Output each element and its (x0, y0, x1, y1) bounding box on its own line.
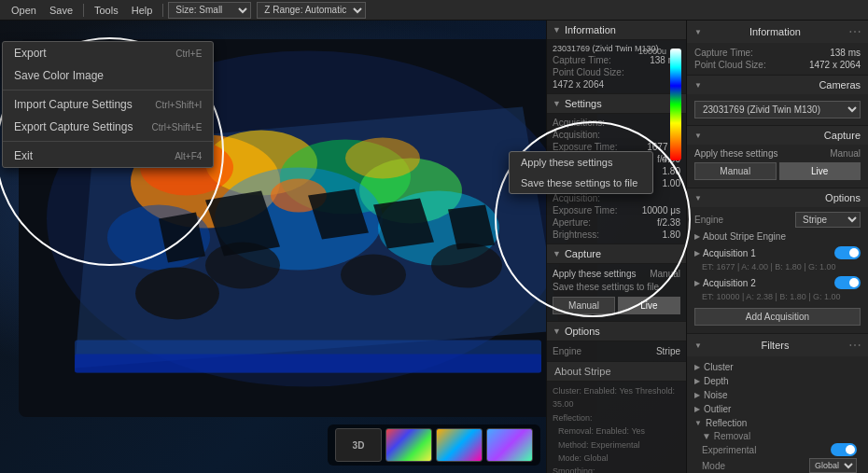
aperture2-row: Aperture: f/2.38 (553, 216, 680, 229)
about-stripe-engine-row[interactable]: ▶ About Stripe Engine (694, 229, 861, 244)
experimental-toggle[interactable] (831, 443, 857, 456)
add-acquisition-btn[interactable]: Add Acquisition (694, 308, 861, 326)
filter-method: Method: Experimental (553, 438, 680, 452)
noise-label: Noise (704, 390, 728, 400)
about-stripe-row[interactable]: About Stripe (547, 362, 686, 382)
experimental-label: Experimental (702, 445, 756, 455)
engine-row-right: Engine Stripe (694, 211, 861, 229)
right-capture-chevron: ▼ (694, 132, 702, 140)
menu-import-capture[interactable]: Import Capture Settings Ctrl+Shift+I (3, 93, 213, 116)
live-capture-btn[interactable]: Live (618, 297, 680, 314)
capture-mid-header[interactable]: ▼ Capture (547, 244, 686, 264)
info-chevron: ▼ (553, 25, 561, 35)
save-settings-item[interactable]: Save these settings to file (510, 173, 652, 193)
engine-select[interactable]: Stripe (795, 212, 861, 228)
right-options-body: Engine Stripe ▶ About Stripe Engine ▶ Ac… (687, 207, 868, 333)
manual-label: Manual (830, 148, 861, 159)
right-capture-time-row: Capture Time: 138 ms (694, 47, 861, 59)
options-mid-header[interactable]: ▼ Options (547, 322, 686, 341)
menu-exit[interactable]: Exit Alt+F4 (3, 145, 213, 167)
capture-mid-body: Apply these settings Manual Save these s… (547, 264, 686, 322)
options-chevron: ▼ (553, 327, 561, 336)
camera-select[interactable]: 23031769 (Zivid Twin M130) (694, 101, 861, 118)
right-manual-btn[interactable]: Manual (694, 162, 777, 180)
z-range-dropdown[interactable]: Z Range: Automatic Z Range: Manual (257, 2, 366, 19)
filter-removal: Removal: Enabled: Yes (553, 424, 680, 438)
acq1-et: ET: 1677 | A: 4.00 | B: 1.80 | G: 1.00 (694, 261, 861, 274)
filter-reflection: Reflection: (553, 411, 680, 424)
add-acq-container: Add Acquisition (694, 304, 861, 329)
tools-menu[interactable]: Tools (89, 3, 124, 18)
information-section-header[interactable]: ▼ Information (547, 21, 686, 40)
removal-label: ▼ Removal (702, 431, 750, 441)
reflection-chevron: ▼ (694, 419, 702, 427)
acq2-et: ET: 10000 | A: 2.38 | B: 1.80 | G: 1.00 (694, 291, 861, 304)
acq1-toggle[interactable] (834, 246, 861, 259)
menu-save-color[interactable]: Save Color Image (3, 64, 213, 87)
right-pcs-label: Point Cloud Size: (694, 60, 766, 70)
save-button[interactable]: Save (44, 3, 78, 18)
options-mid-body: Engine Stripe (547, 341, 686, 362)
right-info-header[interactable]: ▼ Information ⋯ (687, 21, 868, 43)
thumbnail-color3[interactable] (486, 428, 533, 462)
right-live-btn[interactable]: Live (779, 162, 861, 180)
manual-btn[interactable]: Manual (650, 269, 680, 279)
point-cloud-size-row: Point Cloud Size: (553, 66, 680, 78)
help-menu[interactable]: Help (126, 3, 159, 18)
menu-div-2 (3, 141, 213, 142)
noise-chevron: ▶ (694, 391, 700, 399)
cameras-section: ▼ Cameras 23031769 (Zivid Twin M130) (687, 76, 868, 126)
thumbnail-color2[interactable] (436, 428, 483, 462)
right-options-section: ▼ Options Engine Stripe ▶ About Stripe E… (687, 188, 868, 334)
brightness2-row: Brightness: 1.80 (553, 229, 680, 241)
thumbnail-color1[interactable] (385, 428, 432, 462)
experimental-row: Experimental (694, 442, 861, 457)
filters-header[interactable]: ▼ Filters ⋯ (687, 334, 868, 356)
information-title: Information (565, 24, 616, 35)
acq2-toggle[interactable] (834, 276, 861, 289)
gain-value: 1.00 (663, 178, 680, 188)
mid-panel: ▼ Information 23031769 (Zivid Twin M130)… (546, 21, 686, 473)
filter-cluster: Cluster: Enabled: Yes Threshold: 35.00 (553, 384, 680, 411)
experimental-left: Experimental (702, 445, 756, 455)
right-capture-buttons: Manual Live (694, 162, 861, 180)
viewport: 10000u 0 ▼ Information 23031769 (Zivid T… (0, 21, 868, 473)
filter-mode: Mode: Global (553, 452, 680, 465)
right-capture-title: Capture (824, 130, 861, 141)
apply-settings-btn[interactable]: Apply these settings (694, 148, 778, 159)
manual-capture-btn[interactable]: Manual (553, 297, 615, 314)
pc-size-value-row: 1472 x 2064 (553, 78, 680, 90)
thumbnail-3d[interactable]: 3D (335, 428, 382, 462)
right-info-title: Information (749, 26, 801, 37)
right-capture-header[interactable]: ▼ Capture (687, 126, 868, 145)
apply-settings-item[interactable]: Apply these settings (510, 152, 652, 173)
depth-label: Depth (704, 376, 729, 386)
save-settings-row: Save these settings to file (553, 281, 680, 293)
acq1-chevron: ▶ (694, 249, 700, 257)
right-ct-value: 138 ms (830, 48, 861, 58)
settings-section-header[interactable]: ▼ Settings (547, 94, 686, 114)
apply-settings-link[interactable]: Apply these settings (553, 269, 637, 279)
size-dropdown[interactable]: Size: Small Size: Medium Size: Large (168, 2, 251, 19)
menu-div-1 (3, 90, 213, 90)
svg-rect-18 (75, 355, 541, 373)
options-mid-title: Options (565, 326, 600, 337)
cameras-chevron: ▼ (694, 81, 702, 90)
filters-dots: ⋯ (848, 338, 861, 353)
menu-export-capture[interactable]: Export Capture Settings Ctrl+Shift+E (3, 116, 213, 138)
open-button[interactable]: Open (6, 3, 42, 18)
filters-body: ▶ Cluster ▶ Depth ▶ Noise ▶ Outlier ▼ (687, 356, 868, 473)
acq2-header-label: Acquisition: (553, 193, 600, 203)
brightness-value: 1.80 (663, 166, 680, 176)
acq2-title: ▶ Acquisition 2 (694, 278, 756, 288)
cameras-header[interactable]: ▼ Cameras (687, 76, 868, 94)
right-options-header[interactable]: ▼ Options (687, 188, 868, 207)
mode-select[interactable]: Global Local (809, 458, 857, 473)
acq2-header-row: ▶ Acquisition 2 (694, 274, 861, 291)
svg-point-14 (431, 243, 502, 288)
capture-chevron: ▼ (553, 249, 561, 258)
right-options-chevron: ▼ (694, 194, 702, 202)
menu-export[interactable]: Export Ctrl+E (3, 42, 213, 64)
svg-point-12 (341, 255, 406, 296)
filter-depth-item: ▶ Depth (694, 374, 861, 388)
